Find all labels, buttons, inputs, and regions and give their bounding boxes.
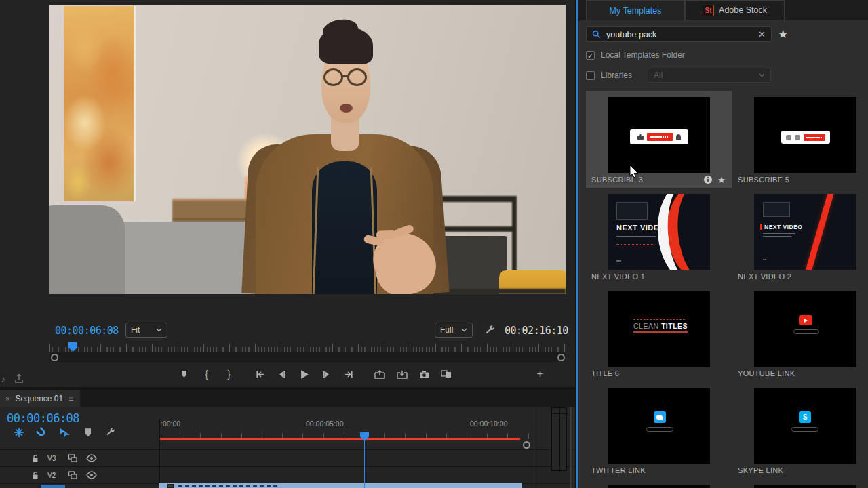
extract-button[interactable] [391,366,413,382]
step-forward-button[interactable] [315,366,338,382]
timeline-vertical-scrollbar[interactable] [570,407,572,488]
template-thumbnail[interactable]: NEXT VIDEO ■■■ [608,194,710,270]
template-item-subscribe-3[interactable]: SUBSCRIBE 3 ★ [586,91,732,188]
info-icon[interactable] [703,175,713,184]
template-name: TITLE 6 [591,369,619,378]
template-thumbnail[interactable]: CLEAN TITLES [608,291,710,367]
search-input[interactable] [606,30,753,39]
timeline-settings-wrench-icon[interactable] [105,427,116,438]
program-current-timecode[interactable]: 00:00:06:08 [55,325,119,337]
program-monitor-scrollbar[interactable] [49,352,566,362]
clip-name-text [178,485,280,487]
thumb-up-icon [786,135,791,140]
clean-titles-text: CLEAN TITLES [633,322,688,333]
add-marker-icon[interactable] [83,428,94,439]
step-back-button[interactable] [271,366,293,382]
template-search-field[interactable]: ✕ [586,26,772,42]
handle-pill [646,427,673,432]
template-name: TWITTER LINK [591,466,646,474]
go-to-out-button[interactable] [338,366,360,382]
clear-search-icon[interactable]: ✕ [758,29,766,39]
favorite-star-icon[interactable]: ★ [717,175,726,185]
sync-lock-icon[interactable] [68,453,78,463]
libraries-checkbox-row[interactable]: Libraries [586,70,632,80]
sync-lock-icon[interactable] [68,470,78,480]
template-thumbnail[interactable] [608,97,710,173]
panel-menu-icon[interactable]: ≡ [68,394,73,403]
tab-my-templates[interactable]: My Templates [586,0,685,20]
scrollbar-left-handle[interactable] [51,354,58,361]
playback-resolution-dropdown[interactable]: Full [435,323,473,338]
track-target-v1[interactable] [41,485,65,488]
lift-button[interactable] [368,366,391,382]
template-item-skype-link[interactable]: S SKYPE LINK [732,382,868,479]
tab-sequence-01[interactable]: × Sequence 01 ≡ [0,390,80,407]
track-name[interactable]: V2 [47,472,56,479]
template-item-next-video-2[interactable]: NEXT VIDEO ■■ NEXT VIDEO 2 [732,188,868,285]
snap-magnet-icon[interactable] [34,425,50,441]
ruler-label-0: :00:00 [161,420,180,428]
linked-selection-icon[interactable] [59,427,70,438]
close-tab-icon[interactable]: × [5,394,9,403]
audio-meter-divider [559,408,560,472]
scrollbar-right-handle[interactable] [557,354,565,361]
timeline-current-timecode[interactable]: 00:00:06:08 [7,411,79,425]
favorites-star-icon[interactable]: ★ [778,27,788,41]
timeline-right-divider [536,407,536,488]
template-item-youtube-link[interactable]: YOUTUBE LINK [732,285,868,382]
partial-thumbnail [754,485,856,488]
checkbox-unchecked[interactable] [586,71,595,80]
channel-name-pill [793,329,819,334]
template-item-twitter-link[interactable]: TWITTER LINK [586,382,732,479]
button-editor-plus[interactable]: + [529,366,551,382]
template-item-next-video-1[interactable]: NEXT VIDEO ■■■ NEXT VIDEO 1 [586,188,732,285]
play-button[interactable] [293,366,315,382]
sequence-tab-label: Sequence 01 [15,394,63,403]
settings-wrench-icon[interactable] [484,325,496,336]
template-item-title-6[interactable]: CLEAN TITLES TITLE 6 [586,285,732,382]
toggle-track-visibility-eye-icon[interactable] [86,471,97,479]
mark-in-button[interactable]: { [195,366,218,382]
track-row-v3[interactable]: V3 [0,449,575,466]
timeline-scrollbar-track [573,407,574,488]
template-thumbnail[interactable]: S [754,388,856,464]
track-name[interactable]: V3 [47,455,56,462]
timeline-clip-v1[interactable] [159,483,522,488]
template-item-subscribe-5[interactable]: SUBSCRIBE 5 [732,91,868,188]
comparison-view-button[interactable] [435,366,458,382]
program-monitor-time-ruler[interactable] [49,342,566,352]
track-row-v2[interactable]: V2 [0,466,575,483]
program-monitor-video[interactable] [49,5,566,294]
template-thumbnail[interactable] [608,388,710,464]
template-thumbnail[interactable] [754,97,856,173]
adobe-stock-icon: St [703,5,714,16]
checkbox-checked[interactable]: ✓ [586,51,595,60]
clip-fx-badge [167,484,174,488]
template-thumbnail[interactable] [754,291,856,367]
libraries-dropdown-disabled[interactable]: All [648,68,771,83]
add-marker-button[interactable] [173,366,195,382]
handle-pill [791,427,818,432]
mark-out-button[interactable]: } [218,366,240,382]
subscribe-button-graphic [804,134,825,141]
lock-icon[interactable] [31,471,39,480]
audio-note-icon[interactable]: ♪ [1,373,5,384]
tab-adobe-stock[interactable]: St Adobe Stock [685,0,785,20]
lock-icon[interactable] [31,454,39,463]
export-frame-button[interactable] [413,366,435,382]
template-thumbnail[interactable]: NEXT VIDEO ■■ [754,194,856,270]
work-area-end-handle[interactable] [523,441,530,449]
toggle-track-visibility-eye-icon[interactable] [86,454,97,462]
export-share-icon[interactable] [14,373,24,384]
nest-sequences-icon[interactable] [14,427,24,438]
presenter-glasses-bridge [342,75,349,77]
zoom-level-dropdown[interactable]: Fit [125,323,167,338]
partial-thumbnail [608,485,710,488]
presenter-glasses-left-lens [323,68,343,86]
red-stripe-graphic [805,194,834,270]
track-header-divider [159,419,160,488]
local-templates-checkbox-row[interactable]: ✓ Local Templates Folder [586,50,685,60]
subscribe-banner-graphic [781,131,830,144]
go-to-in-button[interactable] [248,366,271,382]
template-name: YOUTUBE LINK [738,369,795,378]
